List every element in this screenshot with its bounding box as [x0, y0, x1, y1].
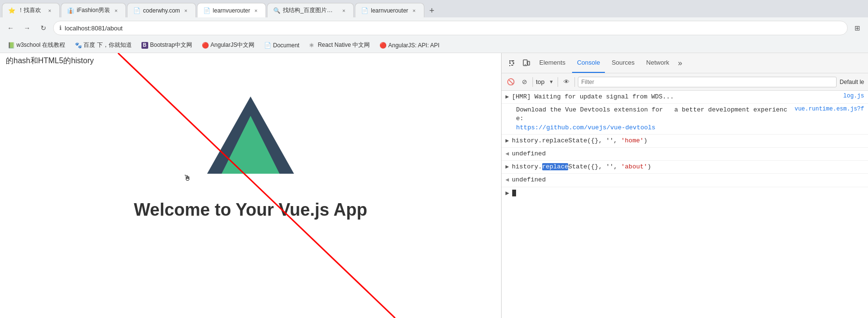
console-arrow-replace-home[interactable]: ▶ — [505, 137, 509, 144]
bookmark-favicon-5: ⚛ — [309, 42, 316, 49]
browser-tab-3[interactable]: 📄 coderwhy.com × — [127, 3, 196, 17]
devtools-device-icon[interactable] — [520, 57, 532, 69]
devtools-tab-network[interactable]: Network — [642, 53, 674, 73]
bookmark-favicon-4: 📄 — [264, 42, 271, 49]
eye-icon[interactable]: 👁 — [561, 77, 572, 87]
tab-title-2: iFashion男装 — [77, 6, 110, 14]
console-source-hmr[interactable]: log.js — [843, 93, 864, 99]
main-area: 的hash和HTML5的history Welcome to Your Vue.… — [0, 53, 868, 318]
bookmark-label-3: AngularJS中文网 — [210, 41, 254, 49]
console-text-devtools: Download the Vue Devtools extension for … — [516, 106, 791, 132]
bookmark-label-5: React Native 中文网 — [318, 41, 370, 49]
devtools-tab-more[interactable]: » — [676, 59, 684, 68]
browser-tab-4[interactable]: 📄 learnvuerouter × — [197, 3, 266, 17]
context-selector-wrapper: top ▼ — [536, 78, 555, 85]
devtools-tabs-bar: Elements Console Sources Network » — [502, 53, 868, 73]
tab-title-3: coderwhy.com — [143, 7, 180, 14]
toolbar-divider-1 — [532, 77, 533, 87]
welcome-text: Welcome to Your Vue.js App — [134, 200, 367, 220]
bookmark-favicon-3: 🔴 — [202, 42, 209, 49]
tab-favicon-4: 📄 — [203, 7, 210, 14]
console-line-undefined-2: ◀ undefined — [502, 174, 868, 187]
console-line-undefined-1: ◀ undefined — [502, 148, 868, 161]
new-tab-button[interactable]: + — [425, 4, 439, 17]
vue-logo-container: Welcome to Your Vue.js App — [0, 53, 501, 220]
console-source-devtools[interactable]: vue.runtime.esm.js?f — [795, 106, 864, 132]
console-output[interactable]: ▶ [HMR] Waiting for update signal from W… — [502, 91, 868, 318]
tab-close-3[interactable]: × — [182, 7, 190, 14]
tab-close-4[interactable]: × — [252, 7, 260, 14]
devtools-panel: Elements Console Sources Network » 🚫 ⊘ t… — [501, 53, 868, 318]
bookmark-w3school[interactable]: 📗 w3school 在线教程 — [4, 40, 69, 50]
console-line-hmr: ▶ [HMR] Waiting for update signal from W… — [502, 91, 868, 104]
browser-tab-1[interactable]: ⭐ ！找喜欢 × — [2, 3, 60, 17]
bookmarks-bar: 📗 w3school 在线教程 🐾 百度 下，你就知道 B Bootstrap中… — [0, 39, 868, 53]
tab-close-1[interactable]: × — [46, 7, 54, 14]
devtools-tab-elements[interactable]: Elements — [534, 53, 570, 73]
bookmark-angularjs[interactable]: 🔴 AngularJS中文网 — [198, 40, 258, 50]
context-selector[interactable]: top — [536, 78, 555, 85]
devtools-tab-sources[interactable]: Sources — [607, 53, 640, 73]
console-filter-input[interactable] — [578, 77, 837, 87]
tab-title-6: learnvuerouter — [371, 7, 408, 14]
console-clear-button[interactable]: 🚫 — [505, 77, 516, 87]
console-input-prompt: ▶ — [505, 189, 509, 197]
back-button[interactable]: ← — [4, 21, 17, 35]
tab-close-6[interactable]: × — [410, 7, 418, 14]
browser-tab-6[interactable]: 📄 learnvuerouter × — [355, 3, 424, 17]
console-line-devtools: Download the Vue Devtools extension for … — [502, 104, 868, 135]
refresh-button[interactable]: ↻ — [37, 21, 50, 35]
browser-tab-2[interactable]: 👔 iFashion男装 × — [61, 3, 126, 17]
bookmark-favicon-2: B — [141, 42, 148, 49]
tab-favicon-1: ⭐ — [8, 7, 15, 14]
forward-button[interactable]: → — [20, 21, 34, 35]
bookmark-angularjs-api[interactable]: 🔴 AngularJS: API: API — [376, 41, 443, 50]
bookmark-baidu[interactable]: 🐾 百度 下，你就知道 — [71, 40, 135, 50]
tab-favicon-6: 📄 — [361, 7, 368, 14]
address-text: localhost:8081/about — [65, 25, 123, 32]
bookmark-react-native[interactable]: ⚛ React Native 中文网 — [305, 40, 374, 50]
browser-tab-5[interactable]: 🔍 找结构_百度图片搜索 × — [267, 3, 354, 17]
bookmark-bootstrap[interactable]: B Bootstrap中文网 — [138, 40, 196, 50]
toolbar-divider-2 — [558, 77, 558, 87]
devtools-inspector-icon[interactable] — [505, 57, 518, 69]
tab-favicon-3: 📄 — [133, 7, 140, 14]
address-protocol-icon: ℹ — [59, 25, 62, 31]
console-line-replace-home: ▶ history.replaceState({}, '', 'home') — [502, 135, 868, 148]
console-text-replace-about: history.replaceState({}, '', 'about') — [512, 163, 864, 171]
tab-title-4: learnvuerouter — [213, 7, 250, 14]
svg-point-5 — [525, 64, 526, 65]
tab-close-5[interactable]: × — [340, 7, 348, 14]
devtools-tab-console[interactable]: Console — [572, 53, 605, 73]
console-arrow-hmr[interactable]: ▶ — [505, 93, 509, 100]
console-input-line[interactable]: ▶ — [502, 187, 868, 199]
console-cursor — [512, 190, 516, 196]
devtools-toolbar: 🚫 ⊘ top ▼ 👁 Default le — [502, 73, 868, 91]
bookmark-label-4: Document — [273, 42, 299, 49]
tab-title-1: ！找喜欢 — [18, 6, 44, 14]
address-bar-area: ← → ↻ ℹ localhost:8081/about ⊞ — [0, 17, 868, 39]
bookmark-document[interactable]: 📄 Document — [260, 41, 303, 50]
console-text-undefined-1: undefined — [512, 150, 864, 158]
console-arrow-undefined-2: ◀ — [505, 176, 509, 183]
tab-favicon-2: 👔 — [67, 7, 74, 14]
console-arrow-replace-about[interactable]: ▶ — [505, 163, 509, 170]
tabs-bar: ⭐ ！找喜欢 × 👔 iFashion男装 × 📄 coderwhy.com ×… — [0, 0, 868, 17]
tab-favicon-5: 🔍 — [273, 7, 280, 14]
browser-chrome: ⭐ ！找喜欢 × 👔 iFashion男装 × 📄 coderwhy.com ×… — [0, 0, 868, 53]
tab-close-2[interactable]: × — [112, 7, 120, 14]
console-filter-errors-button[interactable]: ⊘ — [519, 77, 530, 87]
console-line-replace-about: ▶ history.replaceState({}, '', 'about') — [502, 161, 868, 174]
bookmark-favicon-6: 🔴 — [379, 42, 386, 49]
devtools-link[interactable]: https://github.com/vuejs/vue-devtools — [516, 124, 656, 131]
page-top-note: 的hash和HTML5的history — [0, 53, 99, 69]
screenshot-button[interactable]: ⊞ — [851, 21, 864, 35]
console-text-hmr: [HMR] Waiting for update signal from WDS… — [512, 93, 840, 101]
console-text-replace-home: history.replaceState({}, '', 'home') — [512, 137, 864, 145]
bookmark-label-2: Bootstrap中文网 — [150, 41, 192, 49]
bookmark-label-0: w3school 在线教程 — [16, 41, 65, 49]
default-levels-label: Default le — [840, 79, 864, 85]
bookmark-favicon-0: 📗 — [8, 42, 14, 49]
address-box[interactable]: ℹ localhost:8081/about — [53, 21, 848, 35]
bookmark-favicon-1: 🐾 — [75, 42, 82, 49]
